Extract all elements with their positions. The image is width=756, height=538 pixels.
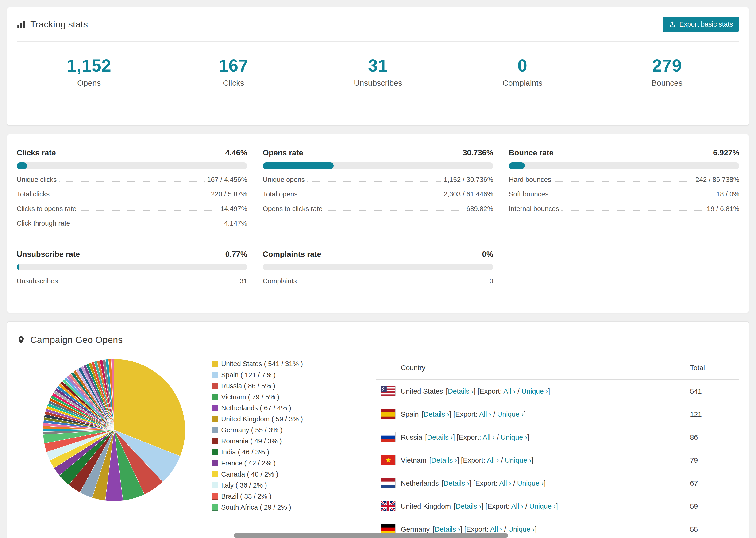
export-unique-link[interactable]: Unique ›: [501, 433, 527, 441]
bar-chart-icon: [17, 20, 26, 29]
stat-value: 167: [164, 56, 303, 76]
tracking-stats-header: Tracking stats Export basic stats: [17, 17, 739, 32]
export-all-link[interactable]: All ›: [483, 433, 495, 441]
legend-label: France ( 42 / 2% ): [221, 459, 276, 467]
total-cell: 86: [690, 433, 739, 441]
rate-row-label: Clicks to opens rate: [17, 205, 77, 213]
rate-row: Total opens2,303 / 61.446%: [263, 190, 493, 198]
details-link[interactable]: Details ›: [431, 456, 457, 464]
rate-row-label: Unsubscribes: [17, 277, 58, 285]
rate-block: Complaints rate0%Complaints0: [263, 250, 493, 285]
rate-row: Clicks to opens rate14.497%: [17, 205, 247, 213]
table-row: United Kingdom[Details ›] [Export: All ›…: [376, 495, 739, 518]
legend-item: Germany ( 55 / 3% ): [212, 426, 376, 434]
page: Tracking stats Export basic stats 1,152O…: [0, 0, 756, 538]
rate-block: Opens rate30.736%Unique opens1,152 / 30.…: [263, 148, 493, 227]
legend-swatch: [212, 383, 218, 389]
country-cell: Spain[Details ›] [Export: All › / Unique…: [376, 409, 690, 419]
rate-row-label: Total clicks: [17, 190, 50, 198]
export-all-link[interactable]: All ›: [479, 410, 491, 418]
rate-progress-track: [509, 162, 739, 169]
dotted-leader: [299, 283, 487, 283]
row-actions: [Details ›] [Export: All › / Unique ›]: [446, 387, 550, 395]
legend-label: Romania ( 49 / 3% ): [221, 437, 282, 445]
details-link[interactable]: Details ›: [427, 433, 453, 441]
total-cell: 55: [690, 525, 739, 533]
legend-label: Spain ( 121 / 7% ): [221, 371, 276, 379]
flag-icon-nl: [381, 478, 396, 488]
rate-row-label: Hard bounces: [509, 176, 551, 184]
export-unique-link[interactable]: Unique ›: [521, 387, 548, 395]
rate-row-label: Click through rate: [17, 219, 70, 227]
legend-swatch: [212, 471, 218, 477]
stat-label: Opens: [19, 79, 159, 87]
stat-box-complaints: 0Complaints: [450, 41, 595, 103]
rate-title: Opens rate: [263, 148, 303, 157]
legend-swatch: [212, 405, 218, 411]
export-basic-stats-label: Export basic stats: [679, 21, 733, 28]
details-link[interactable]: Details ›: [435, 525, 460, 533]
dotted-leader: [551, 196, 714, 196]
total-cell: 121: [690, 410, 739, 418]
export-all-link[interactable]: All ›: [512, 502, 523, 510]
legend-item: Brazil ( 33 / 2% ): [212, 493, 376, 500]
rate-progress-fill: [509, 162, 525, 169]
export-all-link[interactable]: All ›: [503, 387, 515, 395]
rate-row-label: Total opens: [263, 190, 297, 198]
legend-label: South Africa ( 29 / 2% ): [221, 504, 291, 511]
dotted-leader: [59, 181, 205, 182]
export-basic-stats-button[interactable]: Export basic stats: [663, 17, 739, 32]
dotted-leader: [300, 196, 441, 196]
rate-block: Unsubscribe rate0.77%Unsubscribes31: [17, 250, 247, 285]
legend-swatch: [212, 372, 218, 378]
rate-row-label: Soft bounces: [509, 190, 549, 198]
export-unique-link[interactable]: Unique ›: [529, 502, 556, 510]
details-link[interactable]: Details ›: [423, 410, 449, 418]
rate-row-label: Internal bounces: [509, 205, 559, 213]
rate-row-label: Unique opens: [263, 176, 305, 184]
country-name: Spain: [401, 410, 419, 418]
rate-row-value: 19 / 6.81%: [707, 205, 739, 213]
rate-row-value: 18 / 0%: [716, 190, 739, 198]
legend-swatch: [212, 449, 218, 456]
rate-row: Unique opens1,152 / 30.736%: [263, 176, 493, 184]
details-link[interactable]: Details ›: [456, 502, 482, 510]
rate-progress-track: [263, 162, 493, 169]
rate-row-value: 0: [490, 277, 493, 285]
legend-item: France ( 42 / 2% ): [212, 459, 376, 467]
country-name: Germany: [401, 525, 430, 533]
details-link[interactable]: Details ›: [448, 387, 473, 395]
export-all-link[interactable]: All ›: [487, 456, 499, 464]
flag-icon-us: [381, 386, 396, 396]
export-unique-link[interactable]: Unique ›: [508, 525, 535, 533]
stat-value: 279: [597, 56, 737, 76]
legend-item: United States ( 541 / 31% ): [212, 360, 376, 368]
rate-head: Unsubscribe rate0.77%: [17, 250, 247, 259]
rate-row: Unsubscribes31: [17, 277, 247, 285]
legend-swatch: [212, 438, 218, 444]
geo-body: United States ( 541 / 31% )Spain ( 121 /…: [17, 356, 739, 538]
rate-row: Total clicks220 / 5.87%: [17, 190, 247, 198]
rates-grid: Clicks rate4.46%Unique clicks167 / 4.456…: [17, 148, 739, 285]
horizontal-scrollbar-thumb[interactable]: [234, 533, 508, 538]
export-unique-link[interactable]: Unique ›: [497, 410, 524, 418]
rate-row-value: 689.82%: [466, 205, 494, 213]
export-all-link[interactable]: All ›: [490, 525, 502, 533]
column-header-total: Total: [690, 364, 739, 372]
stat-label: Clicks: [164, 79, 303, 87]
country-name: Netherlands: [401, 479, 439, 487]
stat-label: Unsubscribes: [308, 79, 448, 87]
details-link[interactable]: Details ›: [444, 479, 469, 487]
export-unique-link[interactable]: Unique ›: [517, 479, 544, 487]
rate-percent: 30.736%: [463, 148, 493, 157]
export-all-link[interactable]: All ›: [499, 479, 512, 487]
stat-value: 31: [308, 56, 448, 76]
legend-label: Germany ( 55 / 3% ): [221, 426, 283, 434]
geo-header-left: Campaign Geo Opens: [17, 335, 123, 345]
export-unique-link[interactable]: Unique ›: [505, 456, 531, 464]
stats-row: 1,152Opens167Clicks31Unsubscribes0Compla…: [17, 41, 739, 103]
geo-legend: United States ( 541 / 31% )Spain ( 121 /…: [212, 356, 376, 514]
rate-title: Clicks rate: [17, 148, 56, 157]
legend-item: Spain ( 121 / 7% ): [212, 371, 376, 379]
rate-progress-fill: [263, 162, 334, 169]
